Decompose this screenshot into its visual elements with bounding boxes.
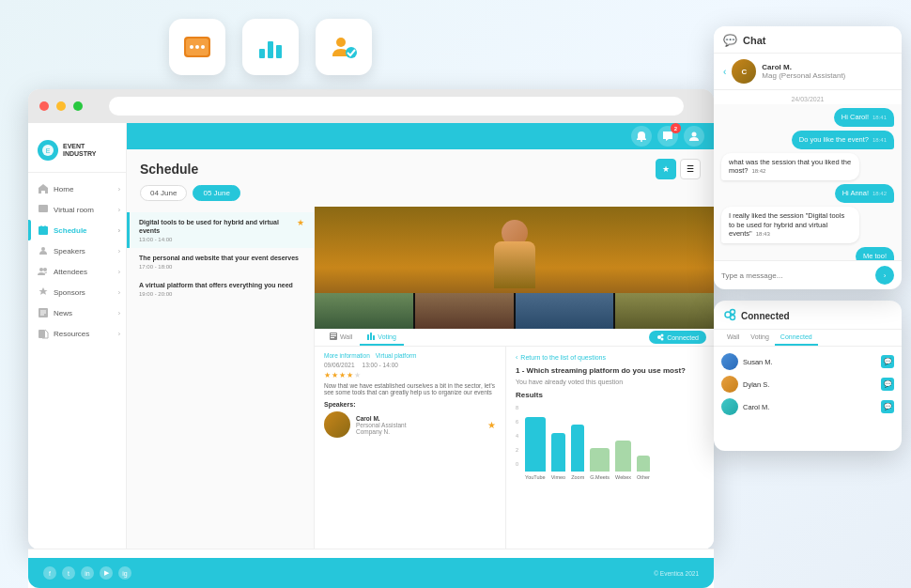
user-chat-button[interactable]: 💬 bbox=[881, 378, 894, 391]
youtube-icon[interactable]: ▶ bbox=[100, 566, 113, 580]
chat-input[interactable] bbox=[721, 271, 871, 280]
instagram-icon[interactable]: ig bbox=[118, 566, 131, 580]
speakers-label: Speakers: bbox=[324, 401, 496, 408]
connected-panel-header: Connected bbox=[714, 301, 902, 330]
connected-tab-voting[interactable]: Voting bbox=[745, 330, 774, 346]
bar-item: Zoom bbox=[571, 425, 584, 480]
sidebar-item-resources[interactable]: Resources › bbox=[28, 323, 126, 344]
date-tab-05-june[interactable]: 05 June bbox=[193, 185, 239, 201]
video-participants bbox=[315, 293, 714, 329]
app-layout: E EVENT INDUSTRY Home › Virtual room › bbox=[28, 123, 714, 549]
svg-rect-5 bbox=[259, 49, 265, 58]
svg-point-2 bbox=[190, 45, 193, 49]
svg-point-19 bbox=[641, 140, 642, 142]
sidebar-item-sponsors[interactable]: Sponsors › bbox=[28, 282, 126, 302]
chat-header-title: Chat bbox=[743, 35, 765, 46]
chat-back-icon[interactable]: ‹ bbox=[723, 67, 726, 77]
app-footer: f t in ▶ ig © Eventica 2021 bbox=[28, 558, 714, 588]
session-item[interactable]: A virtual platform that offers everythin… bbox=[127, 275, 314, 302]
user-check-feature-icon[interactable] bbox=[316, 19, 372, 75]
sidebar-item-virtual-room[interactable]: Virtual room › bbox=[28, 199, 126, 220]
svg-text:E: E bbox=[46, 147, 51, 154]
user-avatar bbox=[721, 353, 738, 370]
svg-rect-25 bbox=[367, 334, 369, 340]
minimize-button[interactable] bbox=[56, 101, 66, 111]
close-button[interactable] bbox=[39, 101, 49, 111]
bar-item: Other bbox=[637, 456, 650, 480]
address-bar[interactable] bbox=[109, 97, 684, 116]
browser-window: E EVENT INDUSTRY Home › Virtual room › bbox=[28, 89, 714, 549]
chat-input-row: › bbox=[714, 260, 902, 289]
tab-wall[interactable]: Wall bbox=[322, 329, 360, 346]
user-name: Carol M. bbox=[743, 403, 769, 411]
svg-point-20 bbox=[692, 132, 697, 137]
sidebar-item-home[interactable]: Home › bbox=[28, 178, 126, 199]
sidebar-item-attendees[interactable]: Attendees › bbox=[28, 261, 126, 282]
chat-message: Hi Carol!18:41 bbox=[834, 108, 894, 127]
user-avatar bbox=[721, 398, 738, 415]
connected-panel: Connected Wall Voting Connected Susan M.… bbox=[714, 301, 902, 451]
connected-tab-connected[interactable]: Connected bbox=[775, 330, 818, 346]
date-tab-04-june[interactable]: 04 June bbox=[140, 185, 187, 201]
session-item[interactable]: ★ Digital tools to be used for hybrid an… bbox=[127, 212, 314, 248]
chat-contact-role: Mag (Personal Assistant) bbox=[762, 71, 845, 80]
chart-feature-icon[interactable] bbox=[242, 19, 299, 75]
session-item[interactable]: The personal and website that your event… bbox=[127, 248, 314, 275]
logo-text: EVENT INDUSTRY bbox=[63, 143, 97, 157]
connected-tab-wall[interactable]: Wall bbox=[721, 330, 745, 346]
back-to-questions-link[interactable]: ‹ Return to the list of questions bbox=[516, 354, 704, 361]
list-view-button[interactable]: ☰ bbox=[680, 159, 701, 179]
session-description: Now that we have established ourselves a… bbox=[324, 382, 496, 395]
user-chat-button[interactable]: 💬 bbox=[881, 355, 894, 368]
sidebar-item-schedule[interactable]: Schedule › bbox=[28, 220, 126, 240]
schedule-title: Schedule bbox=[140, 162, 198, 177]
rating-stars: ★★★★★ bbox=[324, 371, 496, 379]
results-label: Results bbox=[516, 391, 704, 399]
svg-point-3 bbox=[195, 45, 199, 49]
chat-contact-avatar: C bbox=[732, 59, 756, 84]
session-dates: 09/06/2021 13:00 - 14:00 bbox=[324, 362, 496, 368]
user-name: Dylan S. bbox=[743, 380, 769, 389]
chat-contact[interactable]: ‹ C Carol M. Mag (Personal Assistant) bbox=[714, 54, 902, 90]
schedule-page: Schedule ★ ☰ 04 June 05 June ★ Di bbox=[127, 149, 714, 549]
speaker-star: ★ bbox=[487, 420, 496, 430]
schedule-body: ★ Digital tools to be used for hybrid an… bbox=[127, 207, 714, 549]
tab-voting[interactable]: Voting bbox=[360, 329, 403, 346]
participant-2 bbox=[415, 293, 514, 329]
svg-point-4 bbox=[201, 45, 205, 49]
user-chat-button[interactable]: 💬 bbox=[881, 400, 894, 413]
connected-panel-title: Connected bbox=[741, 311, 790, 321]
question-text: 1 - Which streaming platform do you use … bbox=[516, 366, 704, 375]
maximize-button[interactable] bbox=[73, 101, 83, 111]
svg-point-14 bbox=[41, 247, 45, 251]
sidebar-item-news[interactable]: News › bbox=[28, 302, 126, 323]
connected-button[interactable]: Connected bbox=[649, 331, 706, 344]
chat-feature-icon[interactable] bbox=[169, 19, 225, 75]
top-nav: 2 bbox=[127, 123, 714, 149]
session-info-tags: More information Virtual platform bbox=[324, 352, 496, 359]
chat-nav-icon[interactable]: 2 bbox=[657, 126, 678, 147]
linkedin-icon[interactable]: in bbox=[81, 566, 94, 580]
chat-contact-name: Carol M. bbox=[762, 63, 845, 71]
chat-message: I really liked the session "Digital tool… bbox=[721, 207, 859, 243]
logo-icon: E bbox=[38, 140, 58, 161]
chat-send-button[interactable]: › bbox=[875, 266, 894, 285]
bar-label: Other bbox=[637, 474, 650, 480]
notifications-icon[interactable] bbox=[631, 126, 652, 147]
star-filter-button[interactable]: ★ bbox=[656, 159, 676, 179]
participant-1 bbox=[315, 293, 413, 329]
svg-rect-27 bbox=[373, 335, 375, 340]
facebook-icon[interactable]: f bbox=[43, 566, 56, 580]
svg-rect-6 bbox=[268, 41, 273, 58]
video-area bbox=[315, 207, 714, 329]
chat-messages: Hi Carol!18:41Do you like the event?18:4… bbox=[714, 104, 902, 260]
speaker-name: Carol M. bbox=[356, 415, 406, 422]
user-nav-icon[interactable] bbox=[684, 126, 704, 147]
bar-chart: YouTubeVimeoZoomG.MeetsWebexOther bbox=[521, 405, 654, 480]
svg-rect-13 bbox=[39, 226, 48, 235]
bar-label: YouTube bbox=[525, 474, 546, 480]
bar-item: Webex bbox=[615, 441, 631, 480]
svg-rect-18 bbox=[39, 330, 45, 338]
twitter-icon[interactable]: t bbox=[62, 566, 75, 580]
sidebar-item-speakers[interactable]: Speakers › bbox=[28, 240, 126, 261]
